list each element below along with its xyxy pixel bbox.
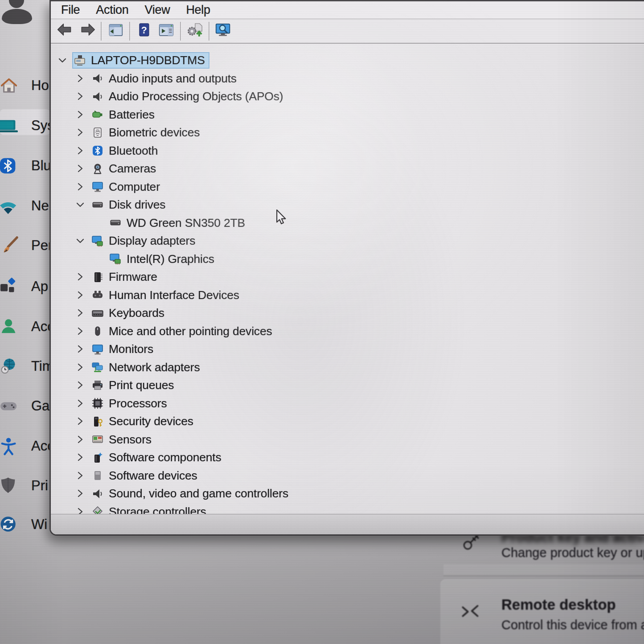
tree-expand-toggle[interactable] [75, 380, 85, 390]
tree-item-network-adapters[interactable]: Network adapters [51, 358, 644, 377]
tree-item-content[interactable]: Display adapters [90, 233, 200, 249]
tree-item-content[interactable]: Sound, video and game controllers [90, 485, 293, 502]
tree-expand-toggle[interactable] [75, 452, 85, 462]
tree-item-content[interactable]: Sensors [90, 431, 156, 448]
tree-expand-toggle[interactable] [75, 290, 85, 300]
tree-expand-toggle[interactable] [75, 164, 85, 173]
speaker-icon [91, 90, 104, 103]
tree-expand-toggle[interactable] [75, 435, 85, 444]
tree-expand-toggle[interactable] [75, 182, 85, 192]
chevron-down-icon [75, 236, 85, 246]
tree-item-mice-and-other-pointing-devices[interactable]: Mice and other pointing devices [51, 322, 644, 340]
forward-button[interactable] [76, 21, 98, 41]
tree-item-content[interactable]: Software components [90, 449, 226, 466]
tree-expand-toggle[interactable] [75, 344, 85, 354]
remote-desktop-title[interactable]: Remote desktop [501, 596, 616, 613]
chevron-down-icon [75, 200, 85, 209]
tree-expand-toggle[interactable] [75, 272, 85, 282]
tree-expand-toggle[interactable] [75, 398, 85, 408]
tree-item-sensors[interactable]: Sensors [51, 431, 644, 449]
tree-item-print-queues[interactable]: Print queues [51, 376, 644, 394]
tree-item-content[interactable]: Computer [90, 179, 164, 195]
tree-item-cameras[interactable]: Cameras [51, 160, 644, 178]
tree-item-content[interactable]: Mice and other pointing devices [90, 323, 277, 340]
tree-expand-toggle[interactable] [75, 146, 85, 156]
tree-item-content[interactable]: Human Interface Devices [90, 287, 244, 304]
tree-selection[interactable]: LAPTOP-H9DBDTMS [72, 52, 209, 69]
tree-item-content[interactable]: Security devices [90, 413, 198, 430]
tree-expand-toggle[interactable] [75, 471, 85, 480]
divider [443, 575, 644, 576]
tree-item-intel-r-graphics[interactable]: Intel(R) Graphics [51, 250, 644, 268]
tree-item-processors[interactable]: Processors [51, 394, 644, 413]
tree-item-content[interactable]: Storage controllers [90, 504, 211, 514]
tree-item-content[interactable]: Software devices [90, 468, 202, 484]
tree-item-content[interactable]: Audio inputs and outputs [90, 70, 241, 87]
tree-item-wd-green-sn350-2tb[interactable]: WD Green SN350 2TB [51, 214, 644, 232]
show-action-pane-button[interactable] [155, 21, 177, 41]
tree-item-content[interactable]: Firmware [90, 269, 162, 285]
tree-item-bluetooth[interactable]: Bluetooth [51, 142, 644, 160]
tree-expand-toggle[interactable] [75, 362, 85, 372]
show-console-tree-button[interactable] [104, 21, 127, 41]
tree-collapse-toggle[interactable] [57, 55, 67, 65]
tree-expand-toggle[interactable] [75, 416, 85, 426]
tree-item-content[interactable]: Network adapters [90, 359, 204, 376]
tree-item-audio-processing-objects-apos[interactable]: Audio Processing Objects (APOs) [51, 87, 644, 106]
menu-view[interactable]: View [145, 3, 170, 17]
tree-item-content[interactable]: Keyboards [90, 305, 169, 321]
tree-item-monitors[interactable]: Monitors [51, 340, 644, 358]
menu-help[interactable]: Help [186, 3, 210, 17]
back-button[interactable] [53, 21, 76, 41]
tree-expand-toggle[interactable] [75, 326, 85, 336]
tree-expand-toggle[interactable] [75, 127, 85, 137]
device-search-button[interactable] [212, 21, 234, 41]
tree-item-label: Print queues [109, 378, 174, 392]
tree-item-storage-controllers[interactable]: Storage controllers [51, 503, 644, 514]
device-tree: LAPTOP-H9DBDTMSAudio inputs and outputsA… [51, 45, 644, 514]
tree-item-label: Batteries [109, 108, 155, 122]
menu-file[interactable]: File [61, 3, 80, 17]
tree-item-computer[interactable]: Computer [51, 178, 644, 196]
firmware-chip-icon [91, 271, 104, 283]
tree-expand-toggle[interactable] [75, 488, 85, 498]
tree-item-laptop-h9dbdtms[interactable]: LAPTOP-H9DBDTMS [51, 51, 644, 70]
tree-item-content[interactable]: WD Green SN350 2TB [108, 215, 250, 231]
tree-collapse-toggle[interactable] [75, 200, 85, 209]
tree-item-content[interactable]: Processors [90, 395, 172, 412]
tree-item-software-components[interactable]: Software components [51, 448, 644, 467]
tree-item-content[interactable]: Intel(R) Graphics [108, 251, 219, 267]
chevron-right-icon [75, 488, 85, 498]
activation-row-subtitle[interactable]: Change product key or up [501, 546, 644, 560]
tree-item-content[interactable]: Batteries [90, 107, 159, 123]
tree-item-content[interactable]: Biometric devices [90, 124, 204, 141]
tree-expand-toggle[interactable] [75, 74, 85, 83]
tree-item-biometric-devices[interactable]: Biometric devices [51, 123, 644, 142]
tree-expand-toggle[interactable] [75, 91, 85, 101]
tree-item-batteries[interactable]: Batteries [51, 106, 644, 124]
tree-expand-toggle[interactable] [75, 308, 85, 318]
tree-item-disk-drives[interactable]: Disk drives [51, 196, 644, 214]
tree-item-content[interactable]: Print queues [90, 377, 178, 394]
tree-item-firmware[interactable]: Firmware [51, 268, 644, 286]
menu-action[interactable]: Action [96, 3, 128, 17]
tree-expand-toggle[interactable] [75, 110, 85, 119]
tree-item-security-devices[interactable]: Security devices [51, 412, 644, 431]
tree-item-content[interactable]: Bluetooth [90, 143, 162, 159]
tree-item-content[interactable]: Audio Processing Objects (APOs) [90, 88, 287, 105]
chevron-right-icon [75, 272, 85, 282]
tree-item-human-interface-devices[interactable]: Human Interface Devices [51, 286, 644, 304]
tree-item-audio-inputs-and-outputs[interactable]: Audio inputs and outputs [51, 70, 644, 88]
tree-item-keyboards[interactable]: Keyboards [51, 304, 644, 322]
chevron-right-icon [75, 416, 85, 426]
tree-collapse-toggle[interactable] [75, 236, 85, 246]
help-button[interactable]: ? [133, 21, 155, 41]
tree-item-sound-video-and-game-controllers[interactable]: Sound, video and game controllers [51, 484, 644, 503]
tree-item-content[interactable]: Cameras [90, 160, 160, 177]
tree-item-content[interactable]: Monitors [90, 341, 158, 357]
scan-hardware-changes-button[interactable] [184, 21, 206, 41]
tree-expand-toggle[interactable] [75, 507, 85, 514]
tree-item-software-devices[interactable]: Software devices [51, 467, 644, 485]
tree-item-content[interactable]: Disk drives [90, 197, 170, 213]
tree-item-display-adapters[interactable]: Display adapters [51, 232, 644, 250]
